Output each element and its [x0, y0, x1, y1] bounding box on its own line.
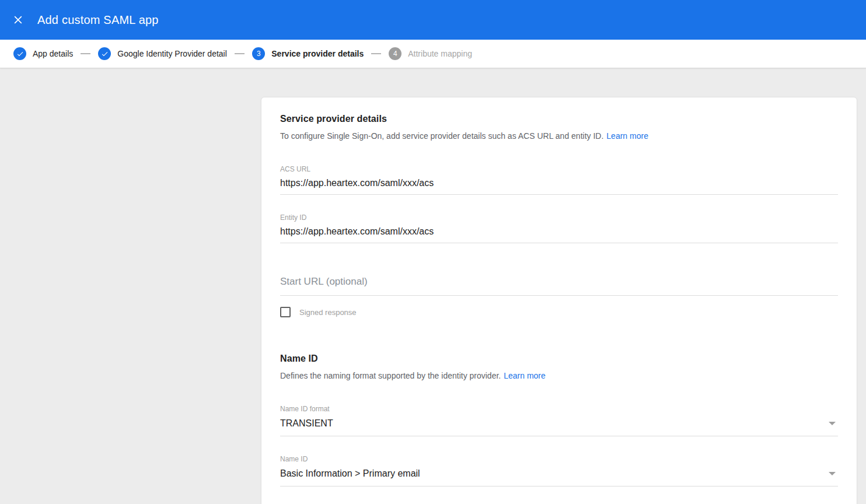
section-title-service-provider: Service provider details	[280, 114, 838, 124]
acs-url-input[interactable]	[280, 173, 838, 195]
check-icon	[101, 50, 109, 58]
step-circle-completed	[98, 47, 111, 60]
step-connector	[371, 53, 381, 54]
step-connector	[235, 53, 245, 54]
name-id-value: Basic Information > Primary email	[280, 468, 420, 479]
entity-id-input[interactable]	[280, 222, 838, 243]
section-description: To configure Single Sign-On, add service…	[280, 131, 838, 142]
name-id-section: Name ID Defines the naming format suppor…	[280, 354, 838, 487]
page-content: Service provider details To configure Si…	[0, 97, 866, 504]
select-row: Basic Information > Primary email	[280, 463, 838, 487]
step-app-details[interactable]: App details	[13, 47, 73, 60]
dialog-title: Add custom SAML app	[37, 13, 159, 27]
acs-url-field: ACS URL	[280, 165, 838, 195]
name-id-format-value: TRANSIENT	[280, 418, 333, 429]
step-circle-completed	[13, 47, 26, 60]
step-circle-upcoming: 4	[389, 47, 401, 60]
chevron-down-icon	[829, 422, 836, 425]
entity-id-label: Entity ID	[280, 214, 838, 222]
step-label: Google Identity Provider details	[117, 49, 227, 58]
step-label: Service provider details	[271, 49, 364, 58]
name-id-format-label: Name ID format	[280, 405, 838, 413]
entity-id-field: Entity ID	[280, 214, 838, 243]
learn-more-link[interactable]: Learn more	[504, 371, 546, 380]
step-number: 3	[257, 50, 261, 58]
section-description: Defines the naming format supported by t…	[280, 370, 838, 382]
select-row: TRANSIENT	[280, 413, 838, 436]
start-url-field	[280, 276, 838, 296]
check-icon	[16, 50, 24, 58]
description-text: Defines the naming format supported by t…	[280, 371, 501, 380]
step-service-provider-details[interactable]: 3 Service provider details	[252, 47, 364, 60]
signed-response-label: Signed response	[299, 308, 357, 317]
step-number: 4	[393, 50, 397, 58]
step-circle-active: 3	[252, 47, 265, 60]
description-text: To configure Single Sign-On, add service…	[280, 131, 603, 141]
step-connector	[81, 53, 90, 54]
stepper: App details Google Identity Provider det…	[0, 40, 866, 68]
step-google-idp-details[interactable]: Google Identity Provider details	[98, 47, 227, 60]
close-button[interactable]	[11, 12, 26, 27]
step-label: App details	[33, 49, 73, 58]
step-attribute-mapping[interactable]: 4 Attribute mapping	[389, 47, 472, 60]
close-icon	[12, 14, 24, 26]
service-provider-card: Service provider details To configure Si…	[261, 97, 857, 504]
signed-response-row: Signed response	[280, 307, 838, 317]
signed-response-checkbox[interactable]	[280, 307, 291, 317]
step-label: Attribute mapping	[408, 49, 472, 58]
learn-more-link[interactable]: Learn more	[606, 131, 648, 141]
section-title-name-id: Name ID	[280, 354, 838, 364]
name-id-label: Name ID	[280, 455, 838, 463]
name-id-select[interactable]: Name ID Basic Information > Primary emai…	[280, 455, 838, 487]
start-url-input[interactable]	[280, 276, 838, 296]
acs-url-label: ACS URL	[280, 165, 838, 173]
chevron-down-icon	[829, 472, 836, 475]
dialog-header: Add custom SAML app	[0, 0, 866, 40]
name-id-format-select[interactable]: Name ID format TRANSIENT	[280, 405, 838, 436]
